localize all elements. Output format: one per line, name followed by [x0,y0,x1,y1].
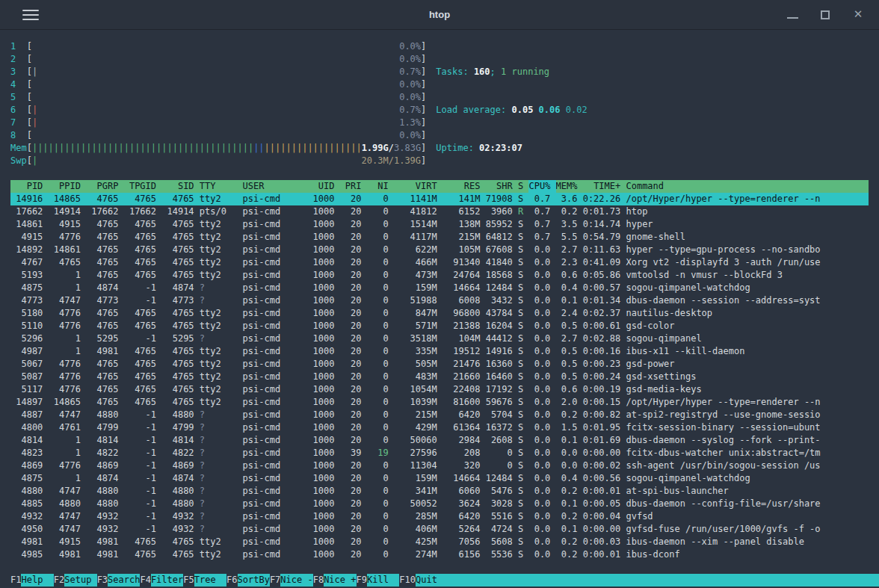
cell-cpu: 0.0 [528,536,555,548]
column-header-res[interactable]: RES [442,180,486,193]
cell-time: 0:14.74 [583,218,626,231]
process-row[interactable]: 487514874-14874?psi-cmd1000200159M146641… [10,282,869,294]
column-header-s[interactable]: S [518,180,528,193]
menu-icon[interactable] [22,10,39,20]
cell-virt: 11304 [394,459,442,472]
cell-pgrp: 4765 [86,307,124,320]
column-header-shr[interactable]: SHR [486,180,518,193]
column-header-cpu[interactable]: CPU% [528,180,555,193]
process-row[interactable]: 481414814-14814?psi-cmd10002005006029842… [10,434,869,447]
column-header-tpgid[interactable]: TPGID [124,180,162,193]
process-row[interactable]: 49871498147654765tty2psi-cmd1000200335M1… [10,345,869,358]
process-row[interactable]: 488747474880-14880?psi-cmd1000200215M642… [10,409,869,421]
fn-f5-tree-button[interactable]: F5Tree [183,574,226,587]
cell-pgrp: 17662 [86,205,124,218]
fn-f1-help-button[interactable]: F1Help [10,574,54,587]
cell-cmd: vmtoolsd -n vmusr --blockFd 3 [626,269,869,282]
process-row[interactable]: 51931476547654765tty2psi-cmd1000200473M2… [10,269,869,282]
process-row[interactable]: 1766214914176621766214914pts/0psi-cmd100… [10,205,869,218]
process-row[interactable]: 480047614799-14799?psi-cmd1000200429M613… [10,421,869,434]
cell-res: 6060 [442,485,486,498]
column-header-pid[interactable]: PID [10,180,49,193]
cell-tpgid: 4765 [124,320,162,332]
process-row[interactable]: 486947764869-14869?psi-cmd10002001130432… [10,459,869,472]
column-header-sid[interactable]: SID [161,180,200,193]
process-row[interactable]: 495047474932-14932?psi-cmd1000200406M526… [10,523,869,536]
cell-cpu: 0.0 [528,409,555,421]
cell-sid: 4765 [161,244,200,256]
cell-pri: 20 [340,396,367,409]
column-header-virt[interactable]: VIRT [394,180,442,193]
process-row[interactable]: 1489214861476547654765tty2psi-cmd1000200… [10,244,869,256]
process-row[interactable]: 49814915498147654765tty2psi-cmd100020042… [10,536,869,548]
meter-close-bracket: ] [421,117,426,129]
cell-cpu: 0.0 [528,459,555,472]
cell-cpu: 0.0 [528,358,555,371]
cell-tpgid: 4765 [124,244,162,256]
process-row[interactable]: 1489714865476547654765tty2psi-cmd1000200… [10,396,869,409]
process-row[interactable]: 488548804880-14880?psi-cmd10002005005236… [10,498,869,510]
cell-s: S [518,231,528,244]
cell-mem: 0.0 [556,447,583,459]
cell-res: 24764 [442,269,486,282]
column-header-pri[interactable]: PRI [340,180,367,193]
process-row[interactable]: 50674776476547654765tty2psi-cmd100020050… [10,358,869,371]
cell-pid: 4950 [10,523,49,536]
cell-user: psi-cmd [243,371,297,383]
cell-virt: 473M [394,269,442,282]
column-header-uid[interactable]: UID [297,180,340,193]
process-row[interactable]: 47674765476547654765tty2psi-cmd100020046… [10,256,869,269]
fn-key: F6 [226,574,237,587]
cell-pid: 17662 [10,205,49,218]
process-row[interactable]: 493247474932-14932?psi-cmd1000200285M642… [10,510,869,523]
cell-user: psi-cmd [243,256,297,269]
column-header-ppid[interactable]: PPID [49,180,87,193]
minimize-button[interactable] [786,9,798,21]
fn-key: F9 [357,574,367,587]
column-header-tty[interactable]: TTY [200,180,243,193]
process-row[interactable]: 482314822-14822?psi-cmd10003919275962080… [10,447,869,459]
cell-mem: 0.1 [556,498,583,510]
fn-f9-kill-button[interactable]: F9Kill [357,574,400,587]
process-row[interactable]: 529615295-15295?psi-cmd10002003518M104M4… [10,332,869,345]
column-header-ni[interactable]: NI [367,180,394,193]
fn-f7-nice--button[interactable]: F7Nice - [270,574,313,587]
close-button[interactable]: ✕ [852,9,864,21]
cell-uid: 1000 [297,231,340,244]
cell-s: S [518,256,528,269]
cell-res: 105M [442,244,486,256]
meter-open-bracket: [ [27,78,32,91]
process-row[interactable]: 477347474773-14773?psi-cmd10002005198860… [10,294,869,307]
maximize-button[interactable] [819,9,831,21]
column-header-time[interactable]: TIME+ [583,180,626,193]
cell-cpu: 0.0 [528,510,555,523]
column-header-user[interactable]: USER [243,180,297,193]
column-header-cmd[interactable]: Command [626,180,869,193]
cell-tpgid: 4765 [124,218,162,231]
fn-f3-search-button[interactable]: F3Search [97,574,141,587]
column-header-pgrp[interactable]: PGRP [86,180,124,193]
process-row[interactable]: 487514874-14874?psi-cmd1000200159M146641… [10,472,869,485]
fn-f6-sortby-button[interactable]: F6SortBy [226,574,270,587]
fn-f10-quit-button[interactable]: F10Quit [399,574,448,587]
cell-res: 320 [442,459,486,472]
column-header-mem[interactable]: MEM% [556,180,583,193]
fn-f2-setup-button[interactable]: F2Setup [54,574,97,587]
process-row[interactable]: 1491614865476547654765tty2psi-cmd1000200… [10,193,869,205]
fn-f8-nice+-button[interactable]: F8Nice + [313,574,357,587]
cell-ppid: 14865 [49,193,87,205]
process-row[interactable]: 148614915476547654765tty2psi-cmd10002001… [10,218,869,231]
process-row[interactable]: 51174776476547654765tty2psi-cmd100020010… [10,383,869,396]
cell-ni: 0 [367,498,394,510]
cell-s: S [518,307,528,320]
process-row[interactable]: 49154776476547654765tty2psi-cmd100020041… [10,231,869,244]
cell-shr: 5608 [486,536,518,548]
process-row[interactable]: 50874776476547654765tty2psi-cmd100020048… [10,371,869,383]
cell-tpgid: -1 [124,472,162,485]
cell-s: S [518,421,528,434]
process-row[interactable]: 49854981498147654765tty2psi-cmd100020027… [10,548,869,561]
process-row[interactable]: 51104776476547654765tty2psi-cmd100020057… [10,320,869,332]
process-row[interactable]: 51804776476547654765tty2psi-cmd100020084… [10,307,869,320]
fn-f4-filter-button[interactable]: F4Filter [140,574,183,587]
process-row[interactable]: 488047474880-14880?psi-cmd1000200341M606… [10,485,869,498]
